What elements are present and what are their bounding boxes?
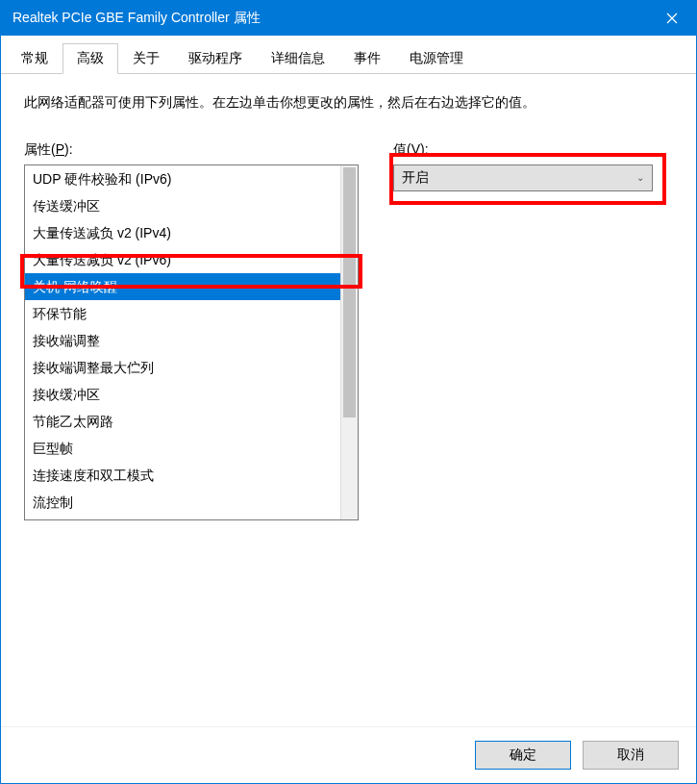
- list-item-selected[interactable]: 关机 网络唤醒: [25, 273, 340, 300]
- tab-driver[interactable]: 驱动程序: [174, 43, 257, 73]
- list-item[interactable]: UDP 硬件校验和 (IPv6): [25, 165, 340, 192]
- property-label: 属性(P):: [24, 141, 359, 159]
- property-listbox[interactable]: UDP 硬件校验和 (IPv6) 传送缓冲区 大量传送减负 v2 (IPv4) …: [24, 164, 359, 520]
- list-item[interactable]: 接收端调整最大伫列: [25, 354, 340, 381]
- properties-dialog: Realtek PCIe GBE Family Controller 属性 常规…: [0, 0, 697, 784]
- tab-details[interactable]: 详细信息: [257, 43, 339, 73]
- list-item[interactable]: 魔术封包唤醒: [25, 516, 340, 519]
- tab-events[interactable]: 事件: [339, 43, 395, 73]
- tab-general[interactable]: 常规: [7, 43, 62, 73]
- cancel-button[interactable]: 取消: [583, 741, 679, 770]
- value-label: 值(V):: [393, 141, 673, 159]
- scrollbar[interactable]: [340, 165, 358, 519]
- tab-power[interactable]: 电源管理: [395, 43, 478, 73]
- controls-row: 属性(P): UDP 硬件校验和 (IPv6) 传送缓冲区 大量传送减负 v2 …: [24, 141, 673, 520]
- description-text: 此网络适配器可使用下列属性。在左边单击你想更改的属性，然后在右边选择它的值。: [24, 91, 673, 114]
- window-title: Realtek PCIe GBE Family Controller 属性: [12, 10, 648, 27]
- chevron-down-icon: ⌄: [636, 172, 644, 183]
- list-item[interactable]: 流控制: [25, 489, 340, 516]
- list-item[interactable]: 节能乙太网路: [25, 408, 340, 435]
- dialog-footer: 确定 取消: [1, 726, 696, 783]
- list-item[interactable]: 巨型帧: [25, 435, 340, 462]
- property-column: 属性(P): UDP 硬件校验和 (IPv6) 传送缓冲区 大量传送减负 v2 …: [24, 141, 359, 520]
- tab-strip: 常规 高级 关于 驱动程序 详细信息 事件 电源管理: [1, 39, 696, 74]
- scrollbar-thumb[interactable]: [343, 167, 356, 417]
- tab-advanced[interactable]: 高级: [62, 43, 118, 74]
- close-button[interactable]: [648, 1, 696, 36]
- ok-button[interactable]: 确定: [475, 741, 571, 770]
- list-item[interactable]: 接收端调整: [25, 327, 340, 354]
- list-item[interactable]: 环保节能: [25, 300, 340, 327]
- list-item[interactable]: 连接速度和双工模式: [25, 462, 340, 489]
- value-column: 值(V): 开启 ⌄: [393, 141, 673, 520]
- list-item[interactable]: 传送缓冲区: [25, 192, 340, 219]
- dropdown-selected-text: 开启: [402, 169, 636, 187]
- tab-about[interactable]: 关于: [118, 43, 174, 73]
- titlebar: Realtek PCIe GBE Family Controller 属性: [1, 1, 696, 36]
- value-dropdown[interactable]: 开启 ⌄: [393, 164, 653, 191]
- tab-panel-advanced: 此网络适配器可使用下列属性。在左边单击你想更改的属性，然后在右边选择它的值。 属…: [1, 74, 696, 726]
- close-icon: [666, 13, 678, 24]
- list-item[interactable]: 大量传送减负 v2 (IPv4): [25, 219, 340, 246]
- list-item[interactable]: 大量传送减负 v2 (IPv6): [25, 246, 340, 273]
- list-item[interactable]: 接收缓冲区: [25, 381, 340, 408]
